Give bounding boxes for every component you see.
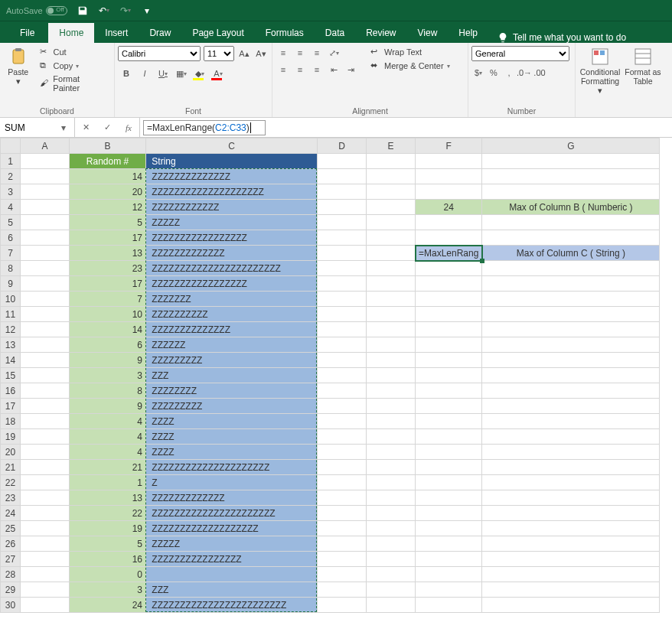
cell-G2[interactable] (482, 169, 660, 184)
cell-E4[interactable] (367, 200, 416, 215)
cell-F11[interactable] (416, 307, 482, 322)
cell-C4[interactable]: ZZZZZZZZZZZZ (146, 200, 318, 215)
cell-F26[interactable] (416, 536, 482, 552)
cell-G7[interactable]: Max of Column C ( String ) (482, 246, 660, 261)
row-header-8[interactable]: 8 (1, 261, 21, 276)
format-painter-button[interactable]: 🖌 Format Painter (37, 73, 112, 93)
undo-icon[interactable]: ↶ (98, 5, 110, 17)
cell-D14[interactable] (318, 353, 367, 368)
cell-B5[interactable]: 5 (70, 215, 146, 230)
cell-A21[interactable] (21, 460, 70, 475)
cell-B17[interactable]: 9 (70, 399, 146, 414)
cell-E5[interactable] (367, 215, 416, 230)
cell-B14[interactable]: 9 (70, 353, 146, 368)
row-header-14[interactable]: 14 (1, 353, 21, 368)
cell-E26[interactable] (367, 536, 416, 552)
row-header-25[interactable]: 25 (1, 521, 21, 536)
cell-C6[interactable]: ZZZZZZZZZZZZZZZZZ (146, 230, 318, 246)
cell-B7[interactable]: 13 (70, 246, 146, 261)
font-name-select[interactable]: Calibri (118, 46, 201, 61)
cell-F29[interactable] (416, 582, 482, 598)
cell-E21[interactable] (367, 460, 416, 475)
cell-F25[interactable] (416, 521, 482, 536)
cell-G29[interactable] (482, 582, 660, 598)
cell-A8[interactable] (21, 261, 70, 276)
cell-E29[interactable] (367, 582, 416, 598)
cell-B22[interactable]: 1 (70, 475, 146, 490)
cell-E22[interactable] (367, 475, 416, 490)
cell-A3[interactable] (21, 184, 70, 200)
cell-E23[interactable] (367, 490, 416, 506)
cell-A26[interactable] (21, 536, 70, 552)
cell-F23[interactable] (416, 490, 482, 506)
col-header-A[interactable]: A (21, 138, 70, 154)
cell-D21[interactable] (318, 460, 367, 475)
cell-B11[interactable]: 10 (70, 307, 146, 322)
row-header-9[interactable]: 9 (1, 276, 21, 292)
cell-B16[interactable]: 8 (70, 383, 146, 399)
row-header-2[interactable]: 2 (1, 169, 21, 184)
cell-A17[interactable] (21, 399, 70, 414)
row-header-26[interactable]: 26 (1, 536, 21, 552)
tab-formulas[interactable]: Formulas (255, 23, 315, 43)
cell-G26[interactable] (482, 536, 660, 552)
cell-D11[interactable] (318, 307, 367, 322)
cell-A28[interactable] (21, 567, 70, 582)
cell-A27[interactable] (21, 552, 70, 567)
cell-F10[interactable] (416, 292, 482, 307)
italic-button[interactable]: I (136, 66, 153, 81)
col-header-G[interactable]: G (482, 138, 660, 154)
cell-C28[interactable] (146, 567, 318, 582)
cell-E1[interactable] (367, 154, 416, 169)
font-size-select[interactable]: 11 (204, 46, 234, 61)
cell-F22[interactable] (416, 475, 482, 490)
cell-G30[interactable] (482, 598, 660, 613)
fill-color-button[interactable]: ◆ (191, 66, 208, 81)
cell-D15[interactable] (318, 368, 367, 383)
align-top-icon[interactable]: ≡ (276, 46, 291, 60)
cell-F4[interactable]: 24 (416, 200, 482, 215)
cell-E11[interactable] (367, 307, 416, 322)
row-header-10[interactable]: 10 (1, 292, 21, 307)
cell-D2[interactable] (318, 169, 367, 184)
cell-F2[interactable] (416, 169, 482, 184)
cell-G20[interactable] (482, 445, 660, 460)
row-header-16[interactable]: 16 (1, 383, 21, 399)
cell-G23[interactable] (482, 490, 660, 506)
cell-F9[interactable] (416, 276, 482, 292)
cell-C20[interactable]: ZZZZ (146, 445, 318, 460)
cell-A16[interactable] (21, 383, 70, 399)
cell-B8[interactable]: 23 (70, 261, 146, 276)
cell-D6[interactable] (318, 230, 367, 246)
merge-center-button[interactable]: ⬌ Merge & Center (367, 60, 453, 72)
orientation-icon[interactable]: ⤢ (326, 46, 341, 60)
cell-C26[interactable]: ZZZZZ (146, 536, 318, 552)
cell-D19[interactable] (318, 429, 367, 445)
cell-D7[interactable] (318, 246, 367, 261)
cell-A20[interactable] (21, 445, 70, 460)
cell-A10[interactable] (21, 292, 70, 307)
cell-G6[interactable] (482, 230, 660, 246)
cell-B23[interactable]: 13 (70, 490, 146, 506)
cell-E17[interactable] (367, 399, 416, 414)
cell-A2[interactable] (21, 169, 70, 184)
cell-F27[interactable] (416, 552, 482, 567)
cell-C23[interactable]: ZZZZZZZZZZZZZ (146, 490, 318, 506)
cell-A18[interactable] (21, 414, 70, 429)
row-header-19[interactable]: 19 (1, 429, 21, 445)
cell-A6[interactable] (21, 230, 70, 246)
cell-G1[interactable] (482, 154, 660, 169)
border-button[interactable]: ▦ (173, 66, 190, 81)
row-header-6[interactable]: 6 (1, 230, 21, 246)
cell-E18[interactable] (367, 414, 416, 429)
name-box-input[interactable] (3, 122, 58, 134)
cell-C9[interactable]: ZZZZZZZZZZZZZZZZZ (146, 276, 318, 292)
cell-D1[interactable] (318, 154, 367, 169)
percent-format-icon[interactable]: % (487, 66, 501, 80)
cell-B6[interactable]: 17 (70, 230, 146, 246)
cell-G5[interactable] (482, 215, 660, 230)
cell-B26[interactable]: 5 (70, 536, 146, 552)
row-header-13[interactable]: 13 (1, 337, 21, 353)
cell-D12[interactable] (318, 322, 367, 337)
cell-C8[interactable]: ZZZZZZZZZZZZZZZZZZZZZZZ (146, 261, 318, 276)
